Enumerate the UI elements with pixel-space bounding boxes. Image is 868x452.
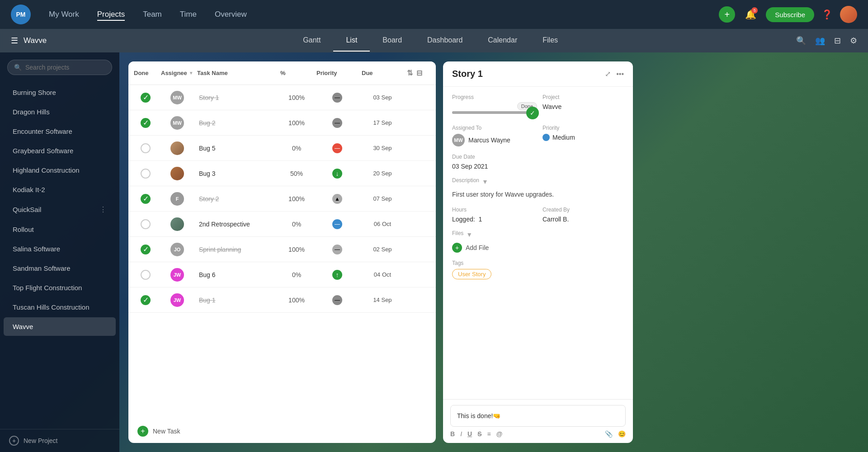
table-row[interactable]: JW Bug 6 0% ↑ 04 Oct	[128, 262, 436, 287]
underline-button[interactable]: U	[467, 430, 472, 438]
user-avatar[interactable]	[840, 6, 857, 23]
done-checkbox[interactable]: ✓	[141, 118, 151, 128]
desc-expand-icon[interactable]: ▼	[482, 178, 488, 185]
project-menu-icon[interactable]: ⋮	[99, 205, 107, 214]
table-row[interactable]: ✓ MW Story 1 100% — 03 Sep	[128, 85, 436, 110]
add-file-button[interactable]: + Add File	[452, 243, 624, 253]
help-button[interactable]: ❓	[821, 9, 833, 20]
task-pct: 100%	[278, 119, 315, 127]
sort-filter-icon[interactable]: ⇅	[407, 69, 413, 77]
table-row[interactable]: Bug 3 50% ↓ 20 Sep	[128, 161, 436, 186]
done-checkbox[interactable]: ✓	[141, 194, 151, 204]
task-name[interactable]: Story 1	[195, 94, 278, 101]
search-input[interactable]	[25, 64, 105, 71]
task-name[interactable]: Bug 6	[195, 271, 278, 278]
main-layout: 🔍 Burning Shore Dragon Hills Encounter S…	[0, 52, 868, 452]
sidebar-item-sandman-software[interactable]: Sandman Software	[4, 259, 116, 278]
sidebar-item-wavve[interactable]: Wavve	[4, 317, 116, 336]
sidebar-item-salina-software[interactable]: Salina Software	[4, 240, 116, 258]
tab-board[interactable]: Board	[370, 30, 415, 52]
attachment-button[interactable]: 📎	[605, 430, 613, 438]
list-button[interactable]: ≡	[487, 430, 491, 438]
sidebar-item-highland-construction[interactable]: Highland Construction	[4, 161, 116, 179]
task-name[interactable]: Bug 1	[195, 297, 278, 304]
subscribe-button[interactable]: Subscribe	[766, 7, 814, 22]
task-pct: 0%	[278, 271, 315, 278]
strikethrough-button[interactable]: S	[477, 430, 481, 438]
tab-gantt[interactable]: Gantt	[290, 30, 333, 52]
sidebar-item-top-flight[interactable]: Top Flight Construction	[4, 278, 116, 297]
tag-badge[interactable]: User Story	[452, 269, 491, 279]
expand-icon[interactable]: ⤢	[605, 70, 611, 78]
tab-list[interactable]: List	[333, 30, 370, 52]
more-icon[interactable]: •••	[616, 70, 624, 78]
nav-my-work[interactable]: My Work	[49, 8, 79, 21]
column-filter-icon[interactable]: ⊟	[416, 69, 422, 77]
done-checkbox[interactable]	[141, 169, 151, 179]
task-name[interactable]: Bug 5	[195, 145, 278, 152]
sidebar-item-quicksail[interactable]: QuickSail ⋮	[4, 200, 116, 219]
sidebar-item-kodiak[interactable]: Kodiak It-2	[4, 180, 116, 199]
task-name[interactable]: Bug 3	[195, 170, 278, 177]
new-task-button[interactable]: + New Task	[128, 419, 436, 443]
done-checkbox[interactable]: ✓	[141, 245, 151, 254]
files-section: Files ▼ + Add File	[452, 230, 624, 253]
description-text: First user story for Wavve upgrades.	[452, 190, 624, 199]
progress-label: Progress	[452, 94, 533, 100]
nav-time[interactable]: Time	[180, 8, 197, 21]
task-due: 07 Sep	[360, 195, 405, 202]
nav-projects[interactable]: Projects	[97, 8, 125, 21]
mention-button[interactable]: @	[496, 430, 503, 438]
sidebar-item-encounter-software[interactable]: Encounter Software	[4, 122, 116, 141]
table-row[interactable]: ✓ JO Sprint planning 100% — 02 Sep	[128, 237, 436, 262]
hamburger-icon[interactable]: ☰	[11, 36, 18, 46]
tab-calendar[interactable]: Calendar	[475, 30, 530, 52]
done-checkbox[interactable]	[141, 143, 151, 153]
table-row[interactable]: ✓ MW Bug 2 100% — 17 Sep	[128, 110, 436, 136]
task-due: 03 Sep	[360, 94, 405, 101]
done-checkbox[interactable]	[141, 270, 151, 280]
nav-overview[interactable]: Overview	[215, 8, 247, 21]
col-assignee[interactable]: Assignee ▼	[159, 66, 195, 80]
nav-team[interactable]: Team	[143, 8, 162, 21]
files-expand-icon[interactable]: ▼	[466, 231, 472, 238]
search-bar[interactable]: 🔍	[7, 60, 112, 75]
table-row[interactable]: 2nd Retrospective 0% — 06 Oct	[128, 212, 436, 237]
settings-icon[interactable]: ⚙	[850, 36, 857, 46]
sidebar-item-dragon-hills[interactable]: Dragon Hills	[4, 103, 116, 121]
bold-button[interactable]: B	[450, 430, 455, 438]
italic-button[interactable]: I	[460, 430, 462, 438]
filter-icon[interactable]: ⊟	[834, 36, 841, 46]
add-file-icon: +	[452, 243, 462, 253]
done-checkbox[interactable]	[141, 219, 151, 229]
priority-badge: —	[315, 93, 360, 103]
hours-section: Hours Logged: 1	[452, 207, 533, 223]
task-name[interactable]: Sprint planning	[195, 246, 278, 253]
table-row[interactable]: ✓ F Story 2 100% ▲ 07 Sep	[128, 186, 436, 212]
team-icon[interactable]: 👥	[815, 36, 825, 46]
task-name[interactable]: Story 2	[195, 195, 278, 202]
sidebar-item-burning-shore[interactable]: Burning Shore	[4, 83, 116, 102]
notifications-button[interactable]: 🔔 5	[742, 6, 759, 23]
assignee-avatar: MW	[170, 91, 184, 104]
sidebar-item-tuscan-hills[interactable]: Tuscan Hills Construction	[4, 298, 116, 316]
add-button[interactable]: +	[719, 6, 735, 23]
table-row[interactable]: Bug 5 0% — 30 Sep	[128, 136, 436, 161]
emoji-button[interactable]: 😊	[618, 430, 626, 438]
tab-dashboard[interactable]: Dashboard	[415, 30, 475, 52]
assigned-priority-section: Assigned To MW Marcus Wayne Priority Med…	[452, 125, 624, 146]
done-checkbox[interactable]: ✓	[141, 295, 151, 305]
search-icon[interactable]: 🔍	[796, 36, 806, 46]
done-checkbox[interactable]: ✓	[141, 93, 151, 103]
col-pct: %	[278, 66, 315, 80]
table-row[interactable]: ✓ JW Bug 1 100% — 14 Sep	[128, 287, 436, 313]
app-logo[interactable]: PM	[11, 5, 31, 24]
comment-input[interactable]: This is done!🤜	[450, 405, 626, 427]
task-due: 06 Oct	[360, 221, 405, 227]
new-project-button[interactable]: + New Project	[0, 429, 119, 452]
sidebar-item-rollout[interactable]: Rollout	[4, 220, 116, 239]
task-name[interactable]: Bug 2	[195, 119, 278, 127]
task-name[interactable]: 2nd Retrospective	[195, 221, 278, 228]
sidebar-item-graybeard-software[interactable]: Graybeard Software	[4, 141, 116, 160]
tab-files[interactable]: Files	[530, 30, 571, 52]
